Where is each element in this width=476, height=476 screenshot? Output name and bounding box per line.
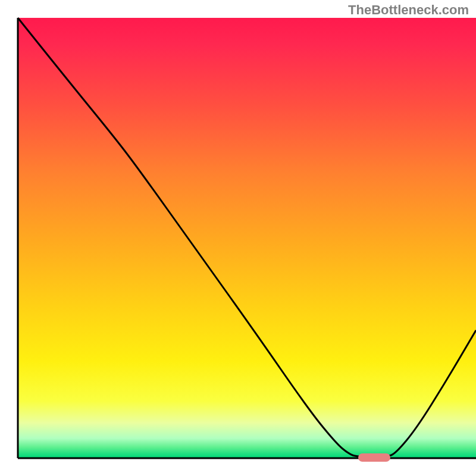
plot-background — [18, 18, 476, 458]
chart-svg — [0, 0, 476, 476]
optimal-marker — [358, 453, 390, 462]
bottleneck-chart: TheBottleneck.com — [0, 0, 476, 476]
watermark-text: TheBottleneck.com — [348, 2, 469, 18]
